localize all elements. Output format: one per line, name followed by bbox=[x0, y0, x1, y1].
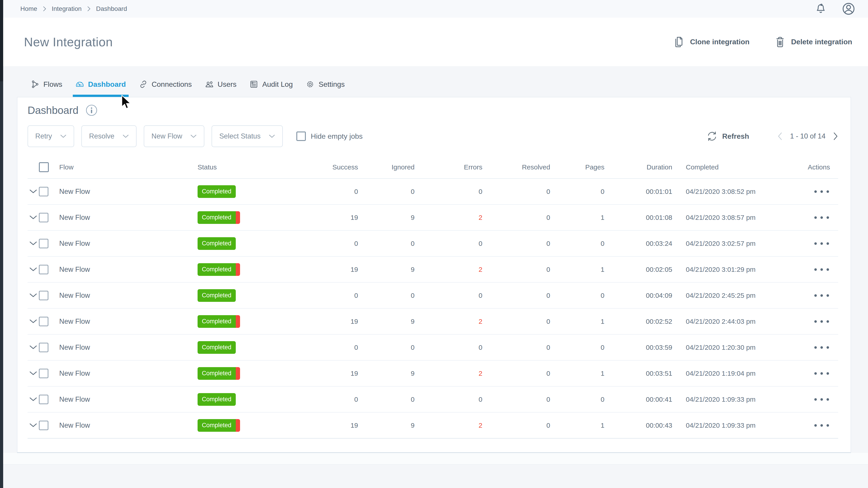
row-checkbox[interactable] bbox=[39, 395, 49, 404]
flow-name[interactable]: New Flow bbox=[59, 239, 197, 248]
hide-empty-jobs-checkbox[interactable]: Hide empty jobs bbox=[296, 131, 363, 141]
tab-audit-log[interactable]: Audit Log bbox=[250, 72, 293, 97]
delete-integration-button[interactable]: Delete integration bbox=[775, 36, 852, 48]
row-checkbox[interactable] bbox=[39, 343, 49, 352]
flow-name[interactable]: New Flow bbox=[59, 291, 197, 300]
flow-name[interactable]: New Flow bbox=[59, 344, 197, 352]
tab-dashboard[interactable]: Dashboard bbox=[75, 72, 126, 97]
ignored-count: 0 bbox=[411, 292, 419, 299]
expand-row-chevron-icon[interactable] bbox=[29, 215, 37, 220]
completed-timestamp: 04/21/2020 2:44:03 pm bbox=[677, 318, 803, 325]
flow-name[interactable]: New Flow bbox=[59, 395, 197, 403]
col-status: Status bbox=[197, 163, 304, 171]
tab-users[interactable]: Users bbox=[205, 72, 237, 97]
expand-row-chevron-icon[interactable] bbox=[29, 319, 37, 324]
status-filter-dropdown[interactable]: Select Status bbox=[212, 125, 283, 147]
error-stripe bbox=[236, 315, 240, 328]
resolve-dropdown[interactable]: Resolve bbox=[81, 125, 136, 147]
expand-row-chevron-icon[interactable] bbox=[29, 189, 37, 194]
expand-row-chevron-icon[interactable] bbox=[29, 397, 37, 401]
errors-count[interactable]: 0 bbox=[478, 344, 487, 351]
expand-row-chevron-icon[interactable] bbox=[29, 241, 37, 246]
flow-name[interactable]: New Flow bbox=[59, 421, 197, 429]
pages-count: 1 bbox=[600, 318, 609, 325]
errors-count[interactable]: 2 bbox=[478, 369, 487, 377]
errors-count[interactable]: 2 bbox=[478, 214, 487, 221]
flow-name[interactable]: New Flow bbox=[59, 188, 197, 196]
success-count: 19 bbox=[350, 369, 363, 377]
job-row: New Flow Completed 19 9 2 0 1 00:00:43 0… bbox=[28, 413, 838, 438]
clone-integration-button[interactable]: Clone integration bbox=[674, 36, 749, 48]
row-checkbox[interactable] bbox=[39, 213, 49, 222]
row-actions-ellipsis-icon[interactable] bbox=[814, 398, 838, 401]
flow-name[interactable]: New Flow bbox=[59, 265, 197, 273]
row-actions-ellipsis-icon[interactable] bbox=[814, 190, 838, 193]
row-actions-ellipsis-icon[interactable] bbox=[814, 294, 838, 297]
next-page-icon[interactable] bbox=[833, 132, 838, 140]
flow-name[interactable]: New Flow bbox=[59, 318, 197, 326]
flow-name[interactable]: New Flow bbox=[59, 214, 197, 222]
breadcrumb-integration[interactable]: Integration bbox=[52, 5, 82, 12]
error-stripe bbox=[236, 263, 240, 276]
select-all-checkbox[interactable] bbox=[39, 162, 49, 172]
tab-label: Settings bbox=[318, 80, 345, 89]
errors-count[interactable]: 0 bbox=[478, 396, 487, 403]
previous-page-icon[interactable] bbox=[777, 132, 782, 140]
info-icon[interactable] bbox=[86, 104, 97, 116]
row-actions-ellipsis-icon[interactable] bbox=[814, 242, 838, 245]
row-checkbox[interactable] bbox=[39, 421, 49, 430]
expand-row-chevron-icon[interactable] bbox=[29, 267, 37, 271]
errors-count[interactable]: 0 bbox=[478, 292, 487, 299]
status-badge: Completed bbox=[197, 367, 240, 380]
row-checkbox[interactable] bbox=[39, 187, 49, 196]
flow-filter-dropdown[interactable]: New Flow bbox=[144, 125, 204, 147]
row-checkbox[interactable] bbox=[39, 239, 49, 248]
toolbar-right: Refresh 1 - 10 of 14 bbox=[707, 131, 838, 141]
pages-count: 0 bbox=[600, 188, 609, 195]
col-flow: Flow bbox=[59, 163, 197, 171]
row-actions-ellipsis-icon[interactable] bbox=[814, 424, 838, 427]
ignored-count: 0 bbox=[411, 396, 419, 403]
errors-count[interactable]: 0 bbox=[478, 240, 487, 248]
row-actions-ellipsis-icon[interactable] bbox=[814, 346, 838, 349]
flow-name[interactable]: New Flow bbox=[59, 369, 197, 378]
job-row: New Flow Completed 19 9 2 0 1 00:02:05 0… bbox=[28, 257, 838, 283]
panel-title: Dashboard bbox=[28, 104, 79, 116]
tab-connections[interactable]: Connections bbox=[139, 72, 192, 97]
row-actions-ellipsis-icon[interactable] bbox=[814, 372, 838, 375]
expand-row-chevron-icon[interactable] bbox=[29, 345, 37, 350]
breadcrumb-dashboard[interactable]: Dashboard bbox=[96, 5, 127, 12]
clone-icon bbox=[674, 36, 684, 48]
row-actions-ellipsis-icon[interactable] bbox=[814, 268, 838, 271]
tab-label: Audit Log bbox=[262, 80, 293, 89]
header-actions: Clone integration Delete integration bbox=[674, 36, 852, 48]
collapsed-sidebar-rail[interactable] bbox=[0, 0, 3, 488]
resolve-label: Resolve bbox=[89, 132, 114, 140]
status-filter-label: Select Status bbox=[219, 132, 260, 140]
tab-label: Connections bbox=[152, 80, 192, 89]
retry-dropdown[interactable]: Retry bbox=[28, 125, 74, 147]
expand-row-chevron-icon[interactable] bbox=[29, 371, 37, 376]
duration-value: 00:03:51 bbox=[646, 369, 677, 377]
row-actions-ellipsis-icon[interactable] bbox=[814, 320, 838, 323]
tab-settings[interactable]: Settings bbox=[306, 72, 345, 97]
errors-count[interactable]: 2 bbox=[478, 422, 487, 429]
refresh-button[interactable]: Refresh bbox=[707, 131, 749, 141]
row-actions-ellipsis-icon[interactable] bbox=[814, 216, 838, 219]
expand-row-chevron-icon[interactable] bbox=[29, 423, 37, 427]
errors-count[interactable]: 2 bbox=[478, 318, 487, 325]
user-avatar-icon[interactable] bbox=[842, 2, 855, 15]
row-checkbox[interactable] bbox=[39, 317, 49, 326]
status-badge: Completed bbox=[197, 419, 240, 432]
row-checkbox[interactable] bbox=[39, 369, 49, 378]
breadcrumb-home[interactable]: Home bbox=[20, 5, 37, 12]
expand-row-chevron-icon[interactable] bbox=[29, 293, 37, 297]
status-badge: Completed bbox=[197, 289, 236, 302]
errors-count[interactable]: 2 bbox=[478, 266, 487, 273]
bell-icon[interactable] bbox=[815, 3, 826, 14]
errors-count[interactable]: 0 bbox=[478, 188, 487, 195]
duration-value: 00:01:08 bbox=[646, 214, 677, 221]
row-checkbox[interactable] bbox=[39, 291, 49, 300]
tab-flows[interactable]: Flows bbox=[31, 72, 62, 97]
row-checkbox[interactable] bbox=[39, 265, 49, 274]
